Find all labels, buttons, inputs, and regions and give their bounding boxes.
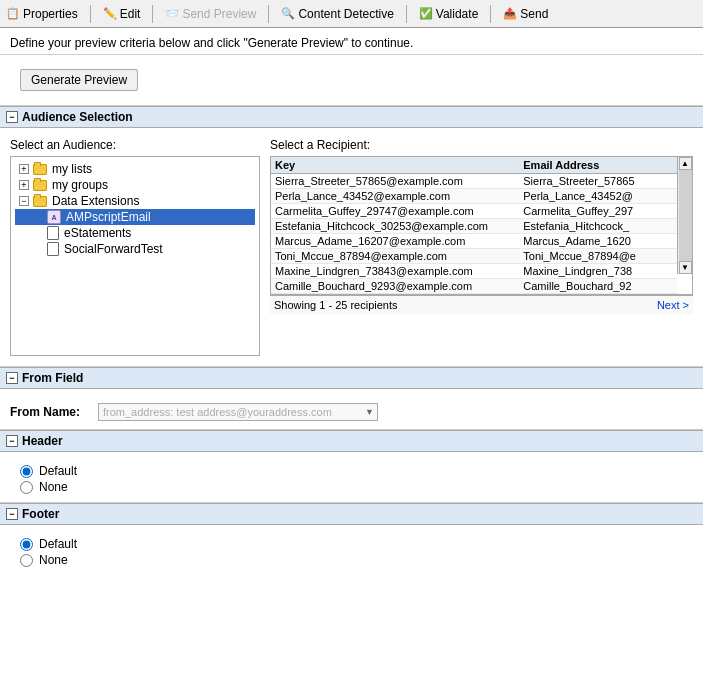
edit-icon: ✏️ bbox=[103, 7, 117, 21]
audience-section-header: − Audience Selection bbox=[0, 106, 703, 128]
toolbar-send-preview: 📨 Send Preview bbox=[165, 7, 256, 21]
toolbar-sep-3 bbox=[268, 5, 269, 23]
footer-section-title: Footer bbox=[22, 507, 59, 521]
tree-label-data-extensions: Data Extensions bbox=[52, 194, 139, 208]
expand-data-extensions[interactable]: − bbox=[19, 196, 29, 206]
cell-email: Sierra_Streeter_57865 bbox=[519, 174, 677, 189]
header-collapse-icon[interactable]: − bbox=[6, 435, 18, 447]
send-icon: 📤 bbox=[503, 7, 517, 21]
doc-icon-estatements bbox=[47, 226, 59, 240]
toolbar-sep-2 bbox=[152, 5, 153, 23]
header-default-row: Default bbox=[20, 464, 693, 478]
tree-label-social-forward: SocialForwardTest bbox=[64, 242, 163, 256]
from-name-label: From Name: bbox=[10, 405, 90, 419]
tree-label-estatements: eStatements bbox=[64, 226, 131, 240]
table-row[interactable]: Maxine_Lindgren_73843@example.com Maxine… bbox=[271, 264, 677, 279]
footer-none-row: None bbox=[20, 553, 693, 567]
tree-item-estatements[interactable]: eStatements bbox=[15, 225, 255, 241]
tree-item-my-lists[interactable]: + my lists bbox=[15, 161, 255, 177]
from-name-row: From Name: from_address: test address@yo… bbox=[10, 403, 693, 421]
footer-collapse-icon[interactable]: − bbox=[6, 508, 18, 520]
cell-email: Marcus_Adame_1620 bbox=[519, 234, 677, 249]
footer-section-body: Default None bbox=[0, 525, 703, 575]
cell-key: Toni_Mccue_87894@example.com bbox=[271, 249, 519, 264]
table-row[interactable]: Camille_Bouchard_9293@example.com Camill… bbox=[271, 279, 677, 294]
expand-my-groups[interactable]: + bbox=[19, 180, 29, 190]
recipients-footer: Showing 1 - 25 recipients Next > bbox=[270, 295, 693, 314]
tree-item-my-groups[interactable]: + my groups bbox=[15, 177, 255, 193]
toolbar-content-detective[interactable]: 🔍 Content Detective bbox=[281, 7, 393, 21]
header-section-body: Default None bbox=[0, 452, 703, 502]
toolbar-edit[interactable]: ✏️ Edit bbox=[103, 7, 141, 21]
table-row[interactable]: Estefania_Hitchcock_30253@example.com Es… bbox=[271, 219, 677, 234]
cell-email: Carmelita_Guffey_297 bbox=[519, 204, 677, 219]
select-recipient-label: Select a Recipient: bbox=[270, 138, 693, 152]
toolbar-sep-5 bbox=[490, 5, 491, 23]
from-name-select-wrapper: from_address: test address@youraddress.c… bbox=[98, 403, 378, 421]
next-link[interactable]: Next > bbox=[657, 299, 689, 311]
folder-icon-my-lists bbox=[33, 164, 47, 175]
doc-icon-social-forward bbox=[47, 242, 59, 256]
generate-preview-area: Generate Preview bbox=[0, 55, 703, 105]
content-detective-icon: 🔍 bbox=[281, 7, 295, 21]
cell-key: Carmelita_Guffey_29747@example.com bbox=[271, 204, 519, 219]
audience-section-title: Audience Selection bbox=[22, 110, 133, 124]
toolbar-validate[interactable]: ✅ Validate bbox=[419, 7, 478, 21]
cell-email: Camille_Bouchard_92 bbox=[519, 279, 677, 294]
expand-my-lists[interactable]: + bbox=[19, 164, 29, 174]
cell-key: Maxine_Lindgren_73843@example.com bbox=[271, 264, 519, 279]
header-section-header: − Header bbox=[0, 430, 703, 452]
from-field-collapse-icon[interactable]: − bbox=[6, 372, 18, 384]
scroll-up-btn[interactable]: ▲ bbox=[679, 157, 692, 170]
col-email: Email Address bbox=[519, 157, 677, 174]
tree-item-ampscript-email[interactable]: A AMPscriptEmail bbox=[15, 209, 255, 225]
showing-text: Showing 1 - 25 recipients bbox=[274, 299, 398, 311]
recipients-panel: Select a Recipient: Key Email Address Si… bbox=[270, 138, 693, 356]
footer-none-radio[interactable] bbox=[20, 554, 33, 567]
header-section-title: Header bbox=[22, 434, 63, 448]
from-name-select[interactable]: from_address: test address@youraddress.c… bbox=[98, 403, 378, 421]
cell-email: Toni_Mccue_87894@e bbox=[519, 249, 677, 264]
cell-key: Marcus_Adame_16207@example.com bbox=[271, 234, 519, 249]
cell-email: Estefania_Hitchcock_ bbox=[519, 219, 677, 234]
from-field-section-title: From Field bbox=[22, 371, 83, 385]
tree-label-ampscript-email: AMPscriptEmail bbox=[66, 210, 151, 224]
generate-preview-button[interactable]: Generate Preview bbox=[20, 69, 138, 91]
footer-none-label: None bbox=[39, 553, 68, 567]
folder-icon-my-groups bbox=[33, 180, 47, 191]
col-key: Key bbox=[271, 157, 519, 174]
toolbar-send[interactable]: 📤 Send bbox=[503, 7, 548, 21]
tree-label-my-groups: my groups bbox=[52, 178, 108, 192]
cell-email: Perla_Lance_43452@ bbox=[519, 189, 677, 204]
recipients-table-wrapper: Key Email Address Sierra_Streeter_57865@… bbox=[270, 156, 693, 295]
cell-key: Estefania_Hitchcock_30253@example.com bbox=[271, 219, 519, 234]
toolbar-properties[interactable]: 📋 Properties bbox=[6, 7, 78, 21]
tree-label-my-lists: my lists bbox=[52, 162, 92, 176]
recipients-table: Key Email Address Sierra_Streeter_57865@… bbox=[271, 157, 677, 294]
toolbar: 📋 Properties ✏️ Edit 📨 Send Preview 🔍 Co… bbox=[0, 0, 703, 28]
table-row[interactable]: Marcus_Adame_16207@example.com Marcus_Ad… bbox=[271, 234, 677, 249]
header-default-radio[interactable] bbox=[20, 465, 33, 478]
scroll-track bbox=[679, 170, 692, 261]
info-bar: Define your preview criteria below and c… bbox=[0, 28, 703, 55]
tree-item-data-extensions[interactable]: − Data Extensions bbox=[15, 193, 255, 209]
folder-icon-data-extensions bbox=[33, 196, 47, 207]
footer-default-row: Default bbox=[20, 537, 693, 551]
table-row[interactable]: Carmelita_Guffey_29747@example.com Carme… bbox=[271, 204, 677, 219]
toolbar-sep-4 bbox=[406, 5, 407, 23]
info-text: Define your preview criteria below and c… bbox=[10, 36, 413, 50]
table-row[interactable]: Sierra_Streeter_57865@example.com Sierra… bbox=[271, 174, 677, 189]
tree-item-social-forward[interactable]: SocialForwardTest bbox=[15, 241, 255, 257]
tree-container: + my lists + my groups − Data Extensions bbox=[10, 156, 260, 356]
scroll-down-btn[interactable]: ▼ bbox=[679, 261, 692, 274]
footer-default-radio[interactable] bbox=[20, 538, 33, 551]
table-row[interactable]: Perla_Lance_43452@example.com Perla_Lanc… bbox=[271, 189, 677, 204]
recipients-scrollbar[interactable]: ▲ ▼ bbox=[677, 157, 692, 274]
footer-default-label: Default bbox=[39, 537, 77, 551]
from-field-body: From Name: from_address: test address@yo… bbox=[0, 389, 703, 429]
from-field-section-header: − From Field bbox=[0, 367, 703, 389]
audience-collapse-icon[interactable]: − bbox=[6, 111, 18, 123]
header-none-radio[interactable] bbox=[20, 481, 33, 494]
table-row[interactable]: Toni_Mccue_87894@example.com Toni_Mccue_… bbox=[271, 249, 677, 264]
cell-email: Maxine_Lindgren_738 bbox=[519, 264, 677, 279]
